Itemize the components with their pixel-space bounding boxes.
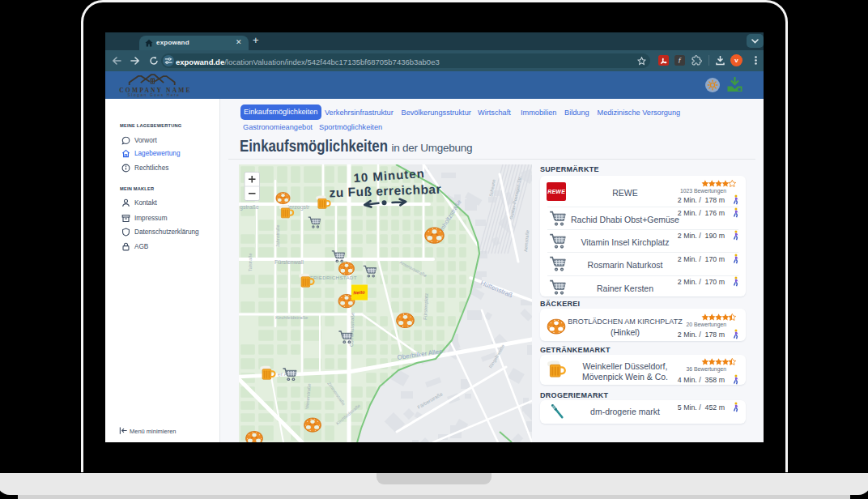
svg-text:Talstraße: Talstraße [248,253,253,271]
svg-text:FRIEDRICHSTADT: FRIEDRICHSTADT [310,275,357,280]
svg-text:Fürstenwall: Fürstenwall [274,259,304,265]
svg-text:Jahnstraße: Jahnstraße [275,224,280,247]
svg-text:Netto: Netto [353,289,365,295]
svg-text:gstraße: gstraße [240,204,259,211]
svg-text:Kirchfeldstraße: Kirchfeldstraße [275,315,308,320]
